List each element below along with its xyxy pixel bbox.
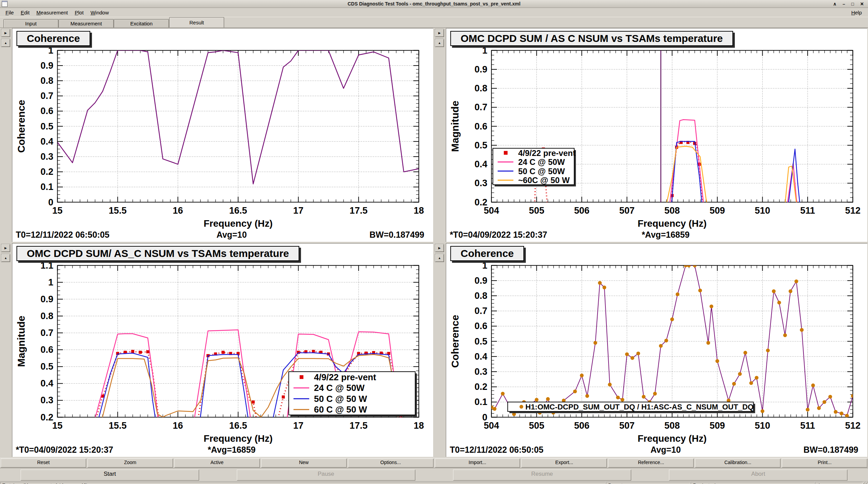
plot-title-magnitude-high-freq: OMC DCPD SUM / AS C NSUM vs TSAMs temper… [450, 31, 733, 46]
start-button[interactable]: Start [21, 470, 199, 481]
menu-window[interactable]: Window [87, 9, 112, 16]
svg-text:0.1: 0.1 [475, 397, 487, 407]
shade-button-icon[interactable]: ∧ [833, 1, 836, 7]
svg-text:0.4: 0.4 [475, 159, 487, 169]
svg-text:512: 512 [845, 205, 860, 216]
svg-text:506: 506 [574, 205, 590, 216]
svg-text:0.9: 0.9 [40, 294, 53, 304]
plot-panel-magnitude-high-freq: 5045055065075085095105115120.20.30.40.50… [446, 28, 867, 242]
svg-text:511: 511 [800, 205, 815, 216]
pane-expand-button[interactable]: ▶ [1, 244, 10, 252]
status-cell-tools: Fourier tools [691, 482, 815, 484]
svg-text:0.3: 0.3 [475, 367, 487, 377]
chart-magnitude-high-freq: 5045055065075085095105115120.20.30.40.50… [446, 29, 867, 242]
svg-text:4/9/22 pre-vent: 4/9/22 pre-vent [518, 148, 576, 158]
window-icon [2, 1, 8, 7]
maximize-button-icon[interactable]: □ [851, 1, 854, 7]
svg-text:T0=12/11/2022 06:50:05: T0=12/11/2022 06:50:05 [16, 230, 109, 239]
menu-help[interactable]: Help [847, 9, 866, 16]
svg-text:0.7: 0.7 [40, 91, 53, 101]
svg-text:0.6: 0.6 [40, 345, 53, 355]
pane-up-button[interactable]: ▲ [1, 254, 10, 262]
svg-text:1: 1 [482, 45, 487, 56]
svg-text:1: 1 [48, 45, 53, 56]
pane-button-strip: ▶▲ [435, 29, 445, 242]
menu-file[interactable]: File [2, 9, 17, 16]
toolbar-new-button[interactable]: New [261, 459, 347, 468]
menu-measurement[interactable]: Measurement [33, 9, 71, 16]
svg-text:0.2: 0.2 [40, 167, 53, 177]
toolbar-reference-button[interactable]: Reference... [608, 459, 694, 468]
tab-result[interactable]: Result [169, 17, 224, 27]
svg-text:BW=0.187499: BW=0.187499 [803, 445, 858, 454]
toolbar-export-button[interactable]: Export... [521, 459, 607, 468]
menu-plot[interactable]: Plot [71, 9, 87, 16]
pane-expand-button[interactable]: ▶ [435, 29, 444, 37]
menu-bar: FileEditMeasurementPlotWindowHelp [0, 8, 868, 17]
svg-text:506: 506 [574, 420, 590, 431]
svg-text:0.2: 0.2 [40, 412, 53, 423]
svg-text:16: 16 [173, 205, 183, 216]
svg-text:507: 507 [619, 205, 635, 216]
plot-pane-coherence-low-freq: ▶▲1515.51616.51717.51800.10.20.30.40.50.… [0, 28, 434, 243]
tab-excitation[interactable]: Excitation [114, 19, 169, 27]
tab-measurement[interactable]: Measurement [59, 19, 114, 27]
resize-grip[interactable] [863, 482, 868, 484]
svg-text:0.2: 0.2 [475, 197, 487, 207]
plot-pane-magnitude-low-freq: ▶▲1515.51616.51717.5180.20.30.40.50.60.7… [0, 243, 434, 458]
plot-title-coherence-low-freq: Coherence [16, 31, 90, 46]
chart-magnitude-low-freq: 1515.51616.51717.5180.20.30.40.50.60.70.… [12, 244, 433, 457]
toolbar-active-button[interactable]: Active [174, 459, 260, 468]
svg-text:16: 16 [173, 420, 183, 431]
svg-text:0: 0 [48, 197, 53, 207]
svg-text:Magnitude: Magnitude [449, 101, 461, 152]
status-cell-done: done [815, 482, 863, 484]
pane-up-button[interactable]: ▲ [1, 39, 10, 47]
toolbar-reset-button[interactable]: Reset [1, 459, 86, 468]
svg-text:509: 509 [709, 420, 725, 431]
svg-text:0.4: 0.4 [40, 378, 53, 389]
measurement-controls: StartPauseResumeAbort [0, 468, 868, 482]
svg-text:Coherence: Coherence [449, 315, 461, 368]
svg-text:Magnitude: Magnitude [15, 316, 27, 367]
toolbar-import-button[interactable]: Import... [435, 459, 520, 468]
svg-text:0.8: 0.8 [40, 76, 53, 86]
svg-text:511: 511 [800, 420, 815, 431]
plot-grid: ▶▲1515.51616.51717.51800.10.20.30.40.50.… [0, 28, 868, 458]
pane-button-strip: ▶▲ [1, 29, 11, 242]
plot-title-magnitude-low-freq: OMC DCPD SUM/ AS_C NSUM vs TSAMs tempera… [16, 246, 299, 261]
close-button-icon[interactable]: ✕ [860, 1, 864, 7]
svg-text:0.9: 0.9 [40, 60, 53, 71]
menu-edit[interactable]: Edit [17, 9, 33, 16]
svg-text:16.5: 16.5 [229, 420, 247, 431]
toolbar-calibration-button[interactable]: Calibration... [695, 459, 780, 468]
svg-text:1: 1 [482, 260, 487, 271]
svg-text:0.1: 0.1 [40, 182, 53, 192]
toolbar-options-button[interactable]: Options... [348, 459, 433, 468]
svg-text:0.4: 0.4 [475, 351, 487, 362]
svg-text:505: 505 [529, 420, 544, 431]
svg-text:0.9: 0.9 [475, 275, 487, 286]
plot-panel-coherence-low-freq: 1515.51616.51717.51800.10.20.30.40.50.60… [12, 28, 433, 242]
toolbar-zoom-button[interactable]: Zoom [88, 459, 173, 468]
app-window: { "window": { "title": "CDS Diagnostic T… [0, 0, 868, 484]
pane-expand-button[interactable]: ▶ [435, 244, 444, 252]
minimize-button-icon[interactable]: – [843, 1, 845, 7]
pane-button-strip: ▶▲ [1, 244, 11, 457]
pane-up-button[interactable]: ▲ [435, 39, 444, 47]
chart-coherence-high-freq: 50450550650750850951051151200.10.20.30.4… [446, 244, 867, 457]
svg-text:Frequency (Hz): Frequency (Hz) [204, 218, 273, 229]
pane-up-button[interactable]: ▲ [435, 254, 444, 262]
svg-text:Avg=10: Avg=10 [217, 230, 247, 239]
plot-pane-coherence-high-freq: ▶▲50450550650750850951051151200.10.20.30… [434, 243, 868, 458]
svg-text:24 C @ 50W: 24 C @ 50W [518, 157, 565, 167]
tab-input[interactable]: Input [3, 19, 58, 27]
plot-panel-magnitude-low-freq: 1515.51616.51717.5180.20.30.40.50.60.70.… [12, 243, 433, 457]
svg-text:0: 0 [482, 412, 487, 423]
svg-text:Frequency (Hz): Frequency (Hz) [638, 433, 707, 444]
svg-text:50 C @ 50W: 50 C @ 50W [518, 167, 565, 176]
toolbar-print-button[interactable]: Print... [782, 459, 867, 468]
pane-expand-button[interactable]: ▶ [1, 29, 10, 37]
svg-text:0.7: 0.7 [475, 306, 487, 316]
svg-text:17.5: 17.5 [350, 420, 368, 431]
